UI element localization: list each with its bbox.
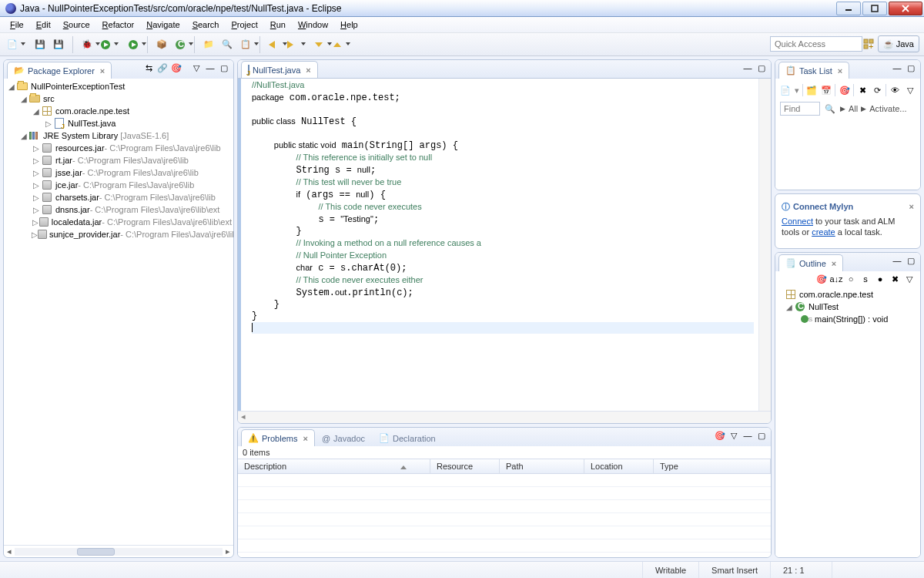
new-icon[interactable]: 📄 (5, 36, 20, 53)
collapse-icon[interactable]: ✖ (857, 84, 869, 96)
link-editor-icon[interactable]: 🔗 (156, 62, 169, 74)
focus-icon[interactable]: 🎯 (815, 273, 828, 285)
minimize-view-icon[interactable]: ― (891, 254, 903, 267)
minimize-button[interactable] (836, 2, 861, 15)
focus-task-icon[interactable]: 🎯 (170, 62, 182, 74)
open-type-icon[interactable]: 📁 (201, 36, 216, 53)
next-annot-icon[interactable] (330, 36, 345, 53)
search-icon[interactable]: 🔍 (825, 104, 835, 114)
minimize-view-icon[interactable]: ― (891, 62, 903, 74)
menu-run[interactable]: Run (265, 18, 291, 31)
jar-node[interactable]: ▷rt.jar - C:\Program Files\Java\jre6\lib (4, 154, 233, 166)
col-description[interactable]: Description (238, 459, 430, 473)
schedule-icon[interactable]: 📅 (820, 84, 832, 96)
package-explorer-tree[interactable]: ◢NullPointerExceptionTest ◢src ◢com.orac… (4, 79, 233, 545)
categorize-icon[interactable]: 🗂️ (806, 84, 818, 96)
jar-node[interactable]: ▷jce.jar - C:\Program Files\Java\jre6\li… (4, 179, 233, 191)
hide-fields-icon[interactable]: ○ (845, 273, 857, 285)
view-menu-icon[interactable]: ▽ (728, 429, 740, 442)
problems-header[interactable]: Description Resource Path Location Type (238, 459, 771, 474)
menu-help[interactable]: Help (335, 18, 363, 31)
jar-node[interactable]: ▷sunjce_provider.jar - C:\Program Files\… (4, 228, 233, 240)
menu-source[interactable]: Source (58, 18, 95, 31)
hide-icon[interactable]: 👁 (889, 84, 901, 96)
view-menu-icon[interactable]: ▽ (190, 62, 203, 74)
menu-file[interactable]: File (5, 18, 29, 31)
col-path[interactable]: Path (500, 459, 584, 473)
outline-method[interactable]: Smain(String[]) : void (778, 313, 917, 325)
minimize-view-icon[interactable]: ― (742, 429, 754, 442)
close-icon[interactable]: × (838, 66, 842, 76)
new-task-icon[interactable]: 📄 (780, 84, 792, 96)
hide-nonpublic-icon[interactable]: ● (874, 273, 886, 285)
close-icon[interactable]: × (306, 66, 310, 75)
jar-node[interactable]: ▷dnsns.jar - C:\Program Files\Java\jre6\… (4, 203, 233, 216)
synchronize-icon[interactable]: ⟳ (872, 84, 883, 96)
focus-icon[interactable]: 🎯 (839, 84, 850, 96)
jar-node[interactable]: ▷localedata.jar - C:\Program Files\Java\… (4, 216, 233, 228)
menu-edit[interactable]: Edit (31, 18, 56, 31)
view-menu-icon[interactable]: ▽ (903, 273, 916, 285)
close-icon[interactable]: × (832, 259, 836, 268)
new-package-icon[interactable]: 📦 (154, 36, 169, 53)
maximize-button[interactable] (862, 2, 887, 15)
jar-node[interactable]: ▷charsets.jar - C:\Program Files\Java\jr… (4, 191, 233, 203)
editor-tab[interactable]: NullTest.java × (241, 61, 318, 78)
task-icon[interactable]: 📋 (238, 36, 253, 53)
tasklist-find-input[interactable] (780, 102, 820, 116)
jre-node[interactable]: ◢JRE System Library [JavaSE-1.6] (4, 129, 233, 142)
minimize-editor-icon[interactable]: ― (742, 62, 754, 74)
menu-refactor[interactable]: Refactor (97, 18, 140, 31)
open-perspective-icon[interactable]: + (862, 38, 875, 50)
debug-icon[interactable]: 🐞 (79, 36, 95, 53)
connect-link[interactable]: Connect (782, 217, 813, 226)
hide-static-icon[interactable]: s (859, 273, 872, 285)
tab-declaration[interactable]: 📄Declaration (372, 429, 443, 446)
sort-icon[interactable]: a↓z (830, 273, 842, 285)
close-icon[interactable]: × (303, 434, 307, 443)
close-icon[interactable]: × (100, 66, 105, 76)
prev-annot-icon[interactable] (311, 36, 326, 53)
src-node[interactable]: ◢src (4, 92, 233, 105)
activate-link[interactable]: Activate... (869, 104, 906, 113)
hide-local-icon[interactable]: ✖ (889, 273, 901, 285)
close-button[interactable] (889, 2, 922, 15)
vscroll[interactable] (758, 79, 771, 411)
quick-access-input[interactable] (770, 36, 862, 52)
run-last-icon[interactable] (126, 36, 141, 53)
maximize-view-icon[interactable]: ▢ (905, 254, 917, 267)
menu-search[interactable]: Search (187, 18, 225, 31)
maximize-view-icon[interactable]: ▢ (905, 62, 917, 74)
package-node[interactable]: ◢com.oracle.npe.test (4, 105, 233, 117)
save-all-icon[interactable]: 💾 (51, 36, 66, 53)
col-type[interactable]: Type (654, 459, 771, 473)
editor-hscroll[interactable]: ◂ (238, 411, 771, 423)
col-location[interactable]: Location (584, 459, 654, 473)
jar-node[interactable]: ▷resources.jar - C:\Program Files\Java\j… (4, 142, 233, 154)
view-menu-icon[interactable]: ▽ (904, 84, 916, 96)
project-node[interactable]: ◢NullPointerExceptionTest (4, 80, 233, 92)
all-link[interactable]: All (849, 104, 858, 113)
new-class-icon[interactable]: C (172, 36, 188, 53)
focus-task-icon[interactable]: 🎯 (714, 429, 726, 442)
back-icon[interactable] (266, 36, 282, 53)
jar-node[interactable]: ▷jsse.jar - C:\Program Files\Java\jre6\l… (4, 166, 233, 179)
menu-navigate[interactable]: Navigate (141, 18, 185, 31)
minimize-view-icon[interactable]: ― (204, 62, 216, 74)
collapse-all-icon[interactable]: ⇆ (142, 62, 155, 74)
tab-javadoc[interactable]: @Javadoc (315, 429, 372, 446)
editor-body[interactable]: //NullTest.java package com.oracle.npe.t… (238, 79, 771, 411)
run-icon[interactable] (98, 36, 113, 53)
menu-window[interactable]: Window (293, 18, 333, 31)
outline-class[interactable]: ◢CNullTest (778, 301, 917, 313)
tab-problems[interactable]: ⚠️ Problems × (241, 429, 315, 446)
tab-package-explorer[interactable]: 📂 Package Explorer × (7, 62, 112, 79)
save-icon[interactable]: 💾 (32, 36, 48, 53)
menu-project[interactable]: Project (226, 18, 263, 31)
fwd-icon[interactable] (285, 36, 300, 53)
file-node[interactable]: ▷NullTest.java (4, 117, 233, 129)
maximize-view-icon[interactable]: ▢ (218, 62, 230, 74)
outline-package[interactable]: com.oracle.npe.test (778, 288, 917, 301)
search-icon[interactable]: 🔍 (219, 36, 235, 53)
java-perspective-button[interactable]: ☕ Java (878, 35, 919, 52)
